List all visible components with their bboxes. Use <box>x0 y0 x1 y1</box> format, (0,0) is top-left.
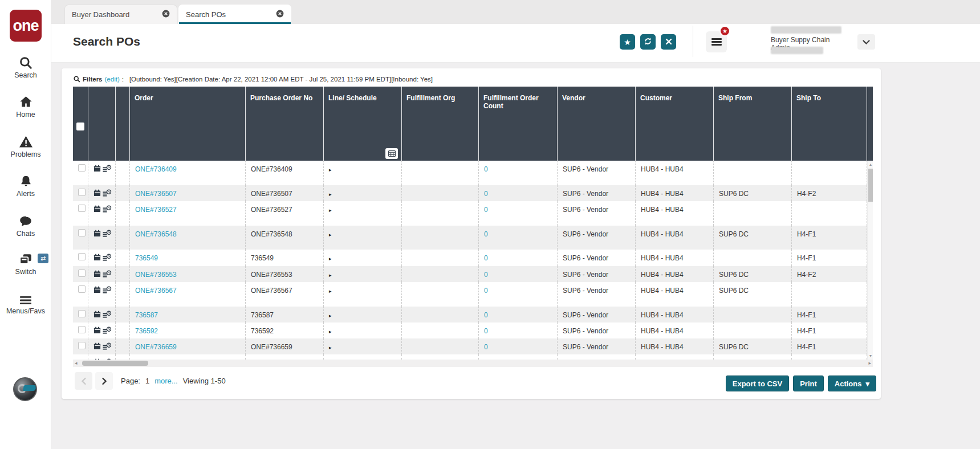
column-header-vendor[interactable]: Vendor <box>558 87 636 161</box>
more-pages-link[interactable]: more... <box>154 377 177 385</box>
table-row[interactable]: ONE#736409 ONE#736409 ▸ 0 SUP6 - Vendor … <box>73 161 867 185</box>
close-panel-button[interactable] <box>661 34 676 50</box>
vertical-scroll-thumb[interactable] <box>868 169 873 202</box>
table-row[interactable]: 736592 736592 ▸ 0 SUP6 - Vendor HUB4 - H… <box>73 323 867 338</box>
order-link[interactable]: ONE#736548 <box>135 230 177 238</box>
fulfillment-order-count-link[interactable]: 0 <box>484 165 488 173</box>
filters-edit-link[interactable]: (edit) <box>105 76 120 83</box>
fulfillment-order-count-link[interactable]: 0 <box>484 327 488 335</box>
schedule-clock-icon[interactable] <box>103 326 112 337</box>
one-logo[interactable]: one <box>10 10 42 42</box>
row-checkbox[interactable] <box>78 310 86 317</box>
fulfillment-order-count-link[interactable]: 0 <box>484 343 488 351</box>
select-all-checkbox[interactable] <box>76 123 84 130</box>
sidebar-item-alerts[interactable]: Alerts <box>0 174 51 198</box>
favorites-badge-icon[interactable]: ★ <box>719 26 730 36</box>
schedule-clock-icon[interactable] <box>103 230 112 240</box>
calendar-icon[interactable] <box>93 254 101 263</box>
sidebar-item-problems[interactable]: Problems <box>0 134 51 158</box>
sidebar-item-switch[interactable]: ⇄ Switch <box>0 253 51 276</box>
sidebar-item-chats[interactable]: Chats <box>0 214 51 238</box>
column-header-customer[interactable]: Customer <box>636 87 714 161</box>
column-header-fulfillment-order-count[interactable]: Fulfillment Order Count <box>479 87 558 161</box>
calendar-icon[interactable] <box>93 230 101 239</box>
refresh-button[interactable] <box>640 34 656 50</box>
calendar-icon[interactable] <box>93 270 101 279</box>
order-link[interactable]: ONE#736507 <box>135 190 177 198</box>
order-link[interactable]: 736549 <box>135 254 158 262</box>
row-expander-icon[interactable]: ▸ <box>329 232 332 238</box>
fulfillment-order-count-link[interactable]: 0 <box>484 254 488 262</box>
actions-dropdown-button[interactable]: Actions▾ <box>828 375 876 391</box>
row-checkbox[interactable] <box>78 285 86 293</box>
column-header-fulfillment-org[interactable]: Fulfillment Org <box>402 87 479 161</box>
tab-close-icon[interactable] <box>162 10 170 19</box>
schedule-clock-icon[interactable] <box>103 165 112 175</box>
order-link[interactable]: 736592 <box>135 327 158 335</box>
calendar-icon[interactable] <box>93 286 101 295</box>
order-link[interactable]: ONE#736659 <box>135 343 177 351</box>
table-row[interactable]: ONE#736527 ONE#736527 ▸ 0 SUP6 - Vendor … <box>73 201 867 226</box>
row-expander-icon[interactable]: ▸ <box>329 272 332 278</box>
table-row[interactable]: ONE#736567 ONE#736567 ▸ 0 SUP6 - Vendor … <box>73 282 867 307</box>
order-link[interactable]: ONE#736527 <box>135 206 177 214</box>
scroll-right-icon[interactable]: ▸ <box>868 360 871 367</box>
tab-close-icon[interactable] <box>276 10 284 19</box>
row-expander-icon[interactable]: ▸ <box>329 191 332 197</box>
order-link[interactable]: ONE#736567 <box>135 287 177 295</box>
row-checkbox[interactable] <box>78 270 86 277</box>
sidebar-item-search[interactable]: Search <box>0 55 51 79</box>
row-expander-icon[interactable]: ▸ <box>329 313 332 319</box>
schedule-clock-icon[interactable] <box>103 270 112 280</box>
table-row[interactable]: 736587 736587 ▸ 0 SUP6 - Vendor HUB4 - H… <box>73 307 867 323</box>
row-checkbox[interactable] <box>78 229 86 236</box>
row-expander-icon[interactable]: ▸ <box>329 256 332 262</box>
sidebar-item-menus-favs[interactable]: Menus/Favs <box>0 295 51 315</box>
order-link[interactable]: 736587 <box>135 311 158 319</box>
fulfillment-order-count-link[interactable]: 0 <box>484 311 488 319</box>
tab-buyer-dashboard[interactable]: Buyer Dashboard <box>64 5 177 24</box>
schedule-clock-icon[interactable] <box>103 205 112 215</box>
table-row[interactable]: ONE#736507 ONE#736507 ▸ 0 SUP6 - Vendor … <box>73 185 867 201</box>
export-to-csv-button[interactable]: Export to CSV <box>726 375 789 391</box>
table-row[interactable]: ONE#736659 ONE#736659 ▸ 0 SUP6 - Vendor … <box>73 338 867 354</box>
next-page-button[interactable] <box>95 372 113 390</box>
column-header-order[interactable]: Order <box>130 87 246 161</box>
fulfillment-order-count-link[interactable]: 0 <box>484 206 488 214</box>
schedule-clock-icon[interactable] <box>103 311 112 321</box>
schedule-clock-icon[interactable] <box>103 254 112 264</box>
table-row[interactable]: 736549 736549 ▸ 0 SUP6 - Vendor HUB4 - H… <box>73 250 867 266</box>
horizontal-scrollbar[interactable]: ◂ ▸ <box>73 360 873 367</box>
schedule-clock-icon[interactable] <box>103 286 112 296</box>
calendar-icon[interactable] <box>93 189 101 198</box>
previous-page-button[interactable] <box>75 372 92 390</box>
column-header-ship-from[interactable]: Ship From <box>714 87 792 161</box>
column-header-line-schedule[interactable]: Line/ Schedule <box>324 87 402 161</box>
row-checkbox[interactable] <box>78 205 86 212</box>
row-expander-icon[interactable]: ▸ <box>329 329 332 334</box>
row-expander-icon[interactable]: ▸ <box>329 167 332 173</box>
row-expander-icon[interactable]: ▸ <box>329 288 332 294</box>
table-row[interactable]: ONE#736553 ONE#736553 ▸ 0 SUP6 - Vendor … <box>73 266 867 282</box>
row-checkbox[interactable] <box>78 253 86 260</box>
row-checkbox[interactable] <box>78 164 86 172</box>
calendar-icon[interactable] <box>93 205 101 214</box>
calendar-icon[interactable] <box>93 326 101 336</box>
row-checkbox[interactable] <box>78 326 86 333</box>
fulfillment-order-count-link[interactable]: 0 <box>484 190 488 198</box>
tab-search-pos[interactable]: Search POs <box>178 5 291 24</box>
row-checkbox[interactable] <box>78 189 86 196</box>
fulfillment-order-count-link[interactable]: 0 <box>484 230 488 238</box>
grid-view-button[interactable] <box>385 148 398 159</box>
row-expander-icon[interactable]: ▸ <box>329 345 332 350</box>
calendar-icon[interactable] <box>93 165 101 174</box>
print-button[interactable]: Print <box>793 375 824 391</box>
column-header-purchase-order-no[interactable]: Purchase Order No <box>246 87 324 161</box>
fulfillment-order-count-link[interactable]: 0 <box>484 271 488 279</box>
sidebar-item-home[interactable]: Home <box>0 95 51 119</box>
favorite-button[interactable]: ★ <box>620 34 635 50</box>
horizontal-scroll-thumb[interactable] <box>82 361 148 366</box>
table-row[interactable]: ONE#736548 ONE#736548 ▸ 0 SUP6 - Vendor … <box>73 226 867 250</box>
fulfillment-order-count-link[interactable]: 0 <box>484 287 488 295</box>
switch-badge-icon[interactable]: ⇄ <box>38 254 48 263</box>
